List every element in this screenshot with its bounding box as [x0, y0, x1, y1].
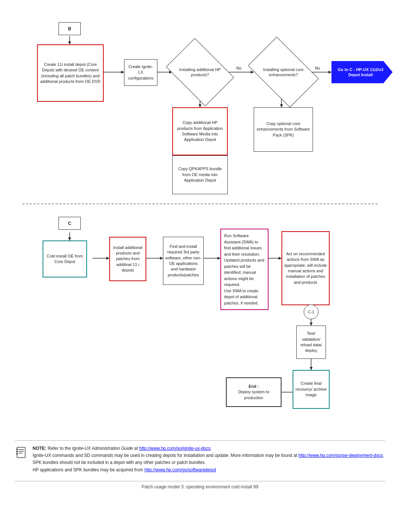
- diamond-core-enhancements: Installing optional core enhancements?: [254, 52, 313, 92]
- b-label: B: [68, 26, 71, 31]
- box-act-on: Act on recommended actions from SWA as a…: [281, 231, 330, 305]
- deploy-text: Deploy system to production: [238, 390, 269, 400]
- diamond-core-text: Installing optional core enhancements?: [254, 63, 313, 81]
- svg-marker-13: [280, 104, 283, 107]
- c1-circle: C-1: [304, 304, 319, 319]
- svg-text:No: No: [236, 66, 241, 70]
- svg-rect-42: [16, 449, 18, 450]
- note-italic: Ignite-UX Administration Guide: [72, 446, 133, 451]
- note-text: NOTE: Refer to the Ignite-UX Administrat…: [33, 445, 385, 474]
- svg-marker-1: [68, 41, 71, 44]
- box-install-additional: Install additional products and patches …: [109, 237, 146, 281]
- box-create-ignite: Create Ignite-LX configurations: [124, 59, 157, 86]
- box-copy-hp-products: Copy additional HP products from Applica…: [172, 107, 228, 155]
- svg-rect-44: [16, 453, 18, 454]
- page: Yes No Yes No: [0, 0, 400, 532]
- svg-rect-38: [17, 447, 25, 458]
- note-text1: Refer to the: [48, 446, 72, 451]
- svg-marker-21: [68, 238, 71, 240]
- svg-marker-25: [160, 257, 163, 260]
- box-test-validation: Test/ validation/ reload data/ deploy: [296, 326, 326, 359]
- end-label: End :: [249, 384, 259, 388]
- svg-marker-33: [310, 323, 313, 326]
- diamond-hp-products: Installing additional HP products?: [172, 52, 228, 92]
- flowchart-area: Yes No Yes No: [15, 11, 385, 437]
- box-find-install: Find and install required 3rd party soft…: [163, 237, 204, 285]
- box-copy-core: Copy optional core enhancements from Sof…: [254, 107, 313, 152]
- note-label: NOTE:: [33, 446, 46, 451]
- dashed-divider: [22, 203, 378, 204]
- b-label-box: B: [59, 22, 81, 35]
- footer: Patch usage model 3: operating environme…: [15, 481, 385, 489]
- footer-text: Patch usage model 3: operating environme…: [142, 484, 259, 489]
- note-link2[interactable]: http://www.hp.com/go/sw-deployment-docs: [299, 453, 383, 458]
- svg-marker-35: [310, 367, 313, 370]
- note-link3[interactable]: http://www.hp.com/go/softwaredepot: [144, 467, 216, 472]
- note-link1[interactable]: http://www.hp.com/go/ignite-ux-docs: [139, 446, 211, 451]
- box-create-final: Create final recovery/ archive image: [293, 370, 330, 409]
- svg-marker-29: [279, 257, 281, 260]
- note-section: NOTE: Refer to the Ignite-UX Administrat…: [15, 440, 385, 474]
- box-end-deploy: End : Deploy system to production: [226, 377, 281, 407]
- diamond-core-shape: Installing optional core enhancements?: [254, 52, 313, 92]
- go-to-c-arrow: Go to C - HP-UX 11i2/v3 Depot Install: [331, 61, 393, 83]
- diamond-hp-products-text: Installing additional HP products?: [172, 63, 228, 81]
- svg-text:No: No: [315, 66, 320, 70]
- c-label: C: [68, 221, 71, 226]
- diamond-hp-products-shape: Installing additional HP products?: [172, 52, 228, 92]
- note-text2: at: [133, 446, 139, 451]
- box-swa: Run Software Assistant (SWA) to find add…: [220, 229, 269, 310]
- svg-marker-3: [121, 71, 124, 74]
- svg-marker-23: [106, 257, 109, 260]
- box-copy-qpkapps: Copy QPKAPPS bundle from OE media into A…: [172, 155, 228, 194]
- svg-marker-16: [329, 71, 331, 74]
- svg-marker-7: [199, 104, 201, 107]
- box-cold-install: Cold install OE from Core Depot: [43, 240, 87, 277]
- c-label-box: C: [59, 217, 81, 230]
- svg-marker-27: [217, 257, 220, 260]
- note-icon: [15, 446, 28, 459]
- svg-rect-43: [16, 451, 18, 452]
- box-create-depot: Create 11i install depot (Core Depot) wi…: [37, 44, 104, 102]
